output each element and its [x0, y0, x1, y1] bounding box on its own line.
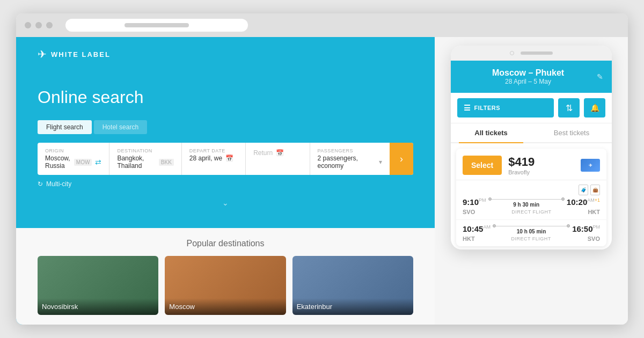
line-2: [496, 226, 567, 226]
app-header: Moscow – Phuket 28 April – 5 May ✎: [451, 61, 612, 93]
popular-card-novosibirsk[interactable]: Novosibirsk: [38, 256, 158, 315]
swap-icon[interactable]: ⇄: [95, 158, 101, 166]
app-dates: 28 April – 5 May: [459, 78, 597, 85]
phone-top-bar: [451, 46, 612, 61]
depart-date-field[interactable]: DEPART DATE 28 april, we 📅: [182, 143, 246, 175]
sort-button[interactable]: ⇅: [558, 98, 580, 117]
select-button[interactable]: Select: [463, 156, 502, 175]
arr-code-1: HKT: [588, 209, 600, 215]
airline-logo: ✈: [581, 159, 600, 172]
card-overlay: Moscow: [165, 298, 286, 315]
phone-camera: [510, 51, 514, 55]
depart-value: 28 april, we 📅: [189, 155, 238, 162]
browser-window: ✈ WHITE LABEL Online search Flight searc…: [16, 13, 628, 325]
return-value: Return 📅: [253, 149, 302, 157]
direct-text-1: DIRECT FLIGHT: [511, 209, 551, 215]
calendar-icon: 📅: [225, 155, 233, 162]
dep-time-2: 10:45AM: [463, 224, 491, 234]
browser-dot-green: [46, 22, 53, 28]
dot-right-1: [561, 197, 565, 201]
website-hero: Online search Flight search Hotel search…: [16, 71, 435, 218]
origin-field[interactable]: ORIGIN Moscow, Russia MOW ⇄: [38, 143, 109, 175]
filters-icon: ☰: [464, 104, 471, 112]
flight-row-2: 10:45AM 10 h 05 min: [456, 220, 606, 246]
browser-content: ✈ WHITE LABEL Online search Flight searc…: [16, 37, 628, 325]
line-1: [492, 199, 561, 200]
header-text-block: Moscow – Phuket 28 April – 5 May: [459, 68, 597, 85]
flight-row-1: 🧳 👜 9:10PM: [456, 180, 606, 220]
destination-label: DESTINATION: [117, 148, 173, 153]
direct-text-2: DIRECT FLIGHT: [511, 236, 551, 241]
dep-time-1: 9:10PM: [463, 197, 486, 207]
browser-url-bar[interactable]: [65, 19, 248, 32]
app-route-title: Moscow – Phuket: [459, 68, 597, 78]
dep-code-1: SVO: [463, 209, 475, 215]
tab-hotel-search[interactable]: Hotel search: [94, 120, 147, 134]
duration-line-2: [493, 224, 570, 227]
flight-times-2: 10:45AM 10 h 05 min: [463, 224, 600, 234]
duration-block-2: 10 h 05 min: [493, 224, 570, 234]
depart-label: DEPART DATE: [189, 148, 238, 153]
price-block: $419 Bravofly: [508, 155, 535, 175]
flight-codes-2: HKT DIRECT FLIGHT SVO: [463, 236, 600, 242]
phone-frame: Moscow – Phuket 28 April – 5 May ✎ ☰ FIL…: [451, 46, 612, 249]
browser-dot-yellow: [35, 22, 42, 28]
popular-card-ekaterinburg[interactable]: Ekaterinbur: [292, 256, 413, 315]
popular-section: Popular destinations Novosibirsk Moscow: [16, 228, 435, 325]
arr-code-2: SVO: [588, 236, 600, 242]
ticket-card: Select $419 Bravofly ✈ 🧳: [456, 149, 606, 246]
passengers-value: 2 passengers, economy ▾: [318, 155, 382, 170]
browser-chrome: [16, 13, 628, 37]
duration-line-1: [488, 197, 565, 201]
duration-text-1: 9 h 30 min: [488, 202, 565, 208]
edit-icon[interactable]: ✎: [597, 72, 603, 81]
chevron-passengers-icon: ▾: [379, 158, 382, 166]
price-provider: Bravofly: [508, 169, 535, 175]
arr-time-1: 10:20AM+1: [567, 197, 600, 207]
scroll-down-icon[interactable]: ⌄: [38, 199, 413, 207]
passengers-label: PASSENGERS: [318, 148, 382, 153]
logo-icon: ✈: [38, 48, 47, 61]
card-overlay: Novosibirsk: [38, 298, 158, 315]
url-text: [125, 23, 189, 27]
duration-block-1: 9 h 30 min: [488, 197, 565, 208]
alert-button[interactable]: 🔔: [584, 98, 605, 117]
origin-label: ORIGIN: [45, 148, 101, 153]
airline-logo-shape: ✈: [581, 159, 600, 172]
destination-field[interactable]: DESTINATION Bangkok, Thailand BKK: [109, 143, 181, 175]
passengers-field[interactable]: PASSENGERS 2 passengers, economy ▾: [310, 143, 390, 175]
dep-code-2: HKT: [463, 236, 475, 242]
flight-times-1: 9:10PM 9 h 30 min: [463, 197, 600, 208]
origin-value: Moscow, Russia MOW ⇄: [45, 155, 101, 170]
tab-flight-search[interactable]: Flight search: [38, 120, 92, 134]
duration-text-2: 10 h 05 min: [493, 229, 570, 234]
bell-icon: 🔔: [590, 104, 599, 112]
luggage-icons: 🧳 👜: [463, 185, 600, 195]
tabs-bar: All tickets Best tickets: [451, 123, 612, 143]
website-panel: ✈ WHITE LABEL Online search Flight searc…: [16, 37, 435, 325]
calendar-return-icon: 📅: [276, 149, 284, 157]
card-overlay: Ekaterinbur: [292, 298, 413, 315]
search-button[interactable]: ›: [390, 143, 413, 175]
tab-best-tickets[interactable]: Best tickets: [531, 123, 612, 142]
hero-title: Online search: [38, 87, 413, 107]
destination-value: Bangkok, Thailand BKK: [117, 155, 173, 170]
browser-dot-red: [25, 22, 31, 28]
dot-right-2: [567, 224, 570, 227]
flight-codes-1: SVO DIRECT FLIGHT HKT: [463, 209, 600, 215]
tab-all-tickets[interactable]: All tickets: [451, 123, 531, 142]
carry-on-icon-1: 👜: [590, 185, 600, 195]
sort-icon: ⇅: [566, 103, 573, 113]
website-header: ✈ WHITE LABEL: [16, 37, 435, 71]
return-date-field[interactable]: Return 📅: [246, 143, 310, 175]
search-tabs: Flight search Hotel search: [38, 120, 413, 134]
mobile-panel: Moscow – Phuket 28 April – 5 May ✎ ☰ FIL…: [435, 37, 628, 325]
popular-card-moscow[interactable]: Moscow: [165, 256, 286, 315]
search-form: ORIGIN Moscow, Russia MOW ⇄ DESTINATION …: [38, 143, 413, 175]
filters-button[interactable]: ☰ FILTERS: [457, 98, 554, 117]
phone-speaker: [521, 52, 553, 55]
baggage-icon-1: 🧳: [579, 185, 588, 195]
refresh-icon: ↻: [38, 180, 43, 188]
arr-time-2: 16:50PM: [572, 224, 600, 234]
multi-city-toggle[interactable]: ↻ Multi-city: [38, 180, 413, 188]
